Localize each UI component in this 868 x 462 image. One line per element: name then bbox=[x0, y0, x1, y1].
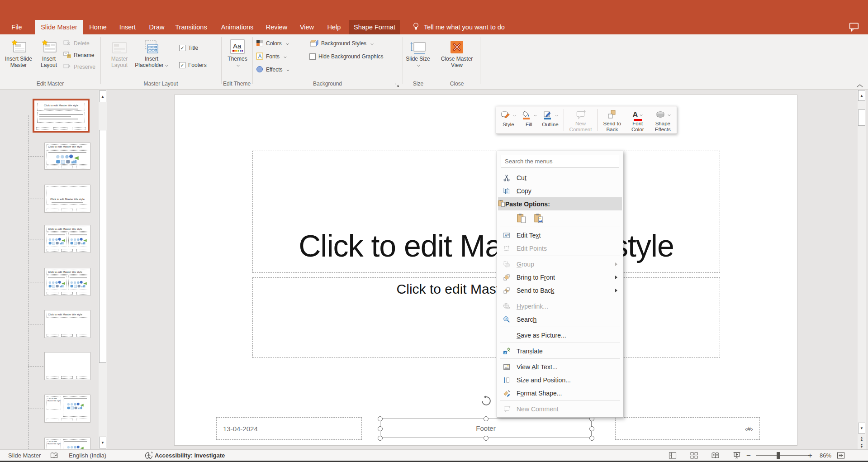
tab-animations[interactable]: Animations bbox=[220, 20, 254, 34]
insert-placeholder-icon bbox=[135, 36, 168, 54]
tab-view[interactable]: View bbox=[294, 20, 319, 34]
zoom-level[interactable]: 86% bbox=[820, 450, 831, 461]
rename-button[interactable]: Rename bbox=[63, 50, 94, 61]
font-color-button[interactable]: AFont Color bbox=[626, 107, 650, 133]
menu-item-format-shape[interactable]: Format Shape... bbox=[498, 386, 622, 400]
slide-thumbnail-1-master[interactable]: Click to edit Master title style bbox=[33, 99, 90, 133]
scroll-down-icon[interactable]: ▼ bbox=[99, 437, 106, 448]
resize-handle[interactable] bbox=[589, 436, 594, 441]
zoom-slider-track[interactable] bbox=[756, 455, 809, 456]
dialog-launcher-icon[interactable] bbox=[394, 81, 400, 90]
insert-slide-master-button[interactable]: Insert Slide Master bbox=[2, 36, 35, 80]
tab-home[interactable]: Home bbox=[85, 20, 111, 34]
effects-button[interactable]: Effects bbox=[256, 64, 289, 75]
send-to-back-button[interactable]: Send to Back bbox=[599, 107, 626, 133]
menu-search-input[interactable] bbox=[501, 155, 619, 167]
thumbnail-scrollbar[interactable]: ▲ ▼ bbox=[99, 90, 107, 449]
insert-placeholder-button[interactable]: Insert Placeholder bbox=[135, 36, 168, 80]
next-slide-icon[interactable]: ▼▼ bbox=[858, 443, 865, 449]
slide-thumbnail-9[interactable]: Click to edit Master title style bbox=[44, 438, 90, 449]
fonts-button[interactable]: A Fonts bbox=[256, 51, 287, 62]
thumbnail-scrollbar-thumb[interactable] bbox=[99, 130, 106, 363]
slide-number-placeholder[interactable]: ‹#› bbox=[615, 417, 760, 440]
footer-placeholder-selected[interactable]: Footer bbox=[380, 419, 592, 438]
slide-thumbnail-5[interactable]: Click to edit Master title style bbox=[44, 268, 90, 296]
menu-separator bbox=[500, 298, 620, 298]
title-checkbox[interactable]: ✓ Title bbox=[179, 43, 198, 53]
zoom-out-button[interactable]: − bbox=[746, 450, 751, 461]
tab-review[interactable]: Review bbox=[263, 20, 290, 34]
title-placeholder[interactable]: Click to edit Master title style bbox=[252, 151, 720, 273]
fit-to-window-icon[interactable] bbox=[837, 450, 845, 461]
tab-shape-format[interactable]: Shape Format bbox=[349, 20, 400, 34]
rotation-handle[interactable] bbox=[481, 395, 492, 408]
tell-me-box[interactable]: Tell me what you want to do bbox=[413, 20, 505, 34]
slide-thumbnail-2[interactable]: Click to edit Master title style bbox=[44, 143, 90, 170]
close-master-view-button[interactable]: Close Master View bbox=[436, 36, 477, 80]
slideshow-icon[interactable] bbox=[733, 450, 741, 461]
footers-checkbox[interactable]: ✓ Footers bbox=[179, 60, 207, 71]
fill-button[interactable]: Fill bbox=[520, 107, 538, 133]
scroll-up-icon[interactable]: ▲ bbox=[858, 90, 865, 101]
insert-layout-button[interactable]: Insert Layout bbox=[37, 36, 61, 80]
resize-handle[interactable] bbox=[378, 436, 383, 441]
slide-canvas[interactable]: Click to edit Master title style Click t… bbox=[175, 95, 797, 445]
previous-slide-icon[interactable]: ▲▲ bbox=[858, 435, 865, 442]
resize-handle[interactable] bbox=[484, 436, 489, 441]
date-placeholder[interactable]: 13-04-2024 bbox=[216, 417, 362, 440]
collapse-ribbon-icon[interactable] bbox=[856, 81, 863, 90]
slide-scrollbar[interactable]: ▲ ▼ ▲▲ ▼▼ bbox=[858, 90, 866, 449]
scroll-up-icon[interactable]: ▲ bbox=[99, 90, 106, 102]
resize-handle[interactable] bbox=[378, 426, 383, 431]
reading-view-icon[interactable] bbox=[711, 450, 720, 461]
slide-thumbnail-4[interactable]: Click to edit Master title style bbox=[44, 225, 90, 253]
resize-handle[interactable] bbox=[589, 426, 594, 431]
status-accessibility[interactable]: Accessibility: Investigate bbox=[155, 450, 225, 461]
themes-button[interactable]: Aa Themes bbox=[224, 36, 251, 80]
menu-item-copy[interactable]: Copy bbox=[498, 184, 622, 197]
status-language[interactable]: English (India) bbox=[69, 450, 106, 461]
menu-item-translate[interactable]: aTranslate bbox=[498, 344, 622, 357]
tab-slide-master[interactable]: Slide Master bbox=[35, 20, 83, 34]
scroll-down-icon[interactable]: ▼ bbox=[858, 423, 865, 433]
slide-thumbnail-8[interactable]: Click to edit Master title style bbox=[44, 395, 90, 423]
comments-icon[interactable] bbox=[849, 22, 859, 33]
tab-file[interactable]: File bbox=[6, 20, 27, 34]
slide-thumbnail-3[interactable]: Click to edit Master title style bbox=[44, 185, 90, 213]
status-view-label[interactable]: Slide Master bbox=[8, 450, 41, 461]
menu-item-send-to-back[interactable]: Send to Back bbox=[498, 284, 622, 297]
menu-item-view-alt-text[interactable]: View Alt Text... bbox=[498, 360, 622, 373]
background-styles-button[interactable]: Background Styles bbox=[309, 38, 374, 49]
normal-view-icon[interactable] bbox=[669, 450, 677, 461]
colors-button[interactable]: Colors bbox=[256, 38, 289, 49]
slide-sorter-icon[interactable] bbox=[690, 450, 698, 461]
slide-thumbnail-6[interactable]: Click to edit Master title style bbox=[44, 310, 90, 338]
proofing-book-icon[interactable] bbox=[50, 450, 58, 461]
svg-text:Aa: Aa bbox=[233, 42, 242, 50]
menu-item-save-as-picture[interactable]: Save as Picture... bbox=[498, 329, 622, 342]
paste-as-picture-icon[interactable] bbox=[532, 212, 545, 224]
body-placeholder[interactable]: Click to edit Master text styles bbox=[252, 277, 720, 358]
menu-item-cut[interactable]: Cut bbox=[498, 171, 622, 184]
resize-handle[interactable] bbox=[378, 416, 383, 421]
style-button[interactable]: Style bbox=[497, 107, 520, 133]
zoom-in-button[interactable]: + bbox=[808, 450, 812, 461]
tab-insert[interactable]: Insert bbox=[114, 20, 141, 34]
menu-item-search[interactable]: iSearch bbox=[498, 313, 622, 326]
tab-transitions[interactable]: Transitions bbox=[175, 20, 208, 34]
shape-effects-button[interactable]: Shape Effects bbox=[650, 107, 676, 133]
tab-help[interactable]: Help bbox=[322, 20, 346, 34]
zoom-slider-thumb[interactable] bbox=[777, 452, 780, 459]
menu-item-edit-text[interactable]: AEdit Text bbox=[498, 229, 622, 242]
slide-thumbnail-7[interactable] bbox=[44, 352, 90, 380]
menu-item-size-and-position[interactable]: Size and Position... bbox=[498, 373, 622, 386]
resize-handle[interactable] bbox=[484, 416, 489, 421]
menu-item-bring-to-front[interactable]: Bring to Front bbox=[498, 271, 622, 284]
accessibility-icon[interactable] bbox=[145, 450, 153, 461]
slide-scrollbar-thumb[interactable] bbox=[858, 110, 865, 126]
outline-button[interactable]: Outline bbox=[538, 107, 563, 133]
slide-size-button[interactable]: Slide Size bbox=[404, 36, 432, 80]
hide-background-graphics-checkbox[interactable]: Hide Background Graphics bbox=[309, 51, 383, 62]
paste-keep-source-icon[interactable] bbox=[515, 212, 528, 224]
tab-draw[interactable]: Draw bbox=[144, 20, 169, 34]
